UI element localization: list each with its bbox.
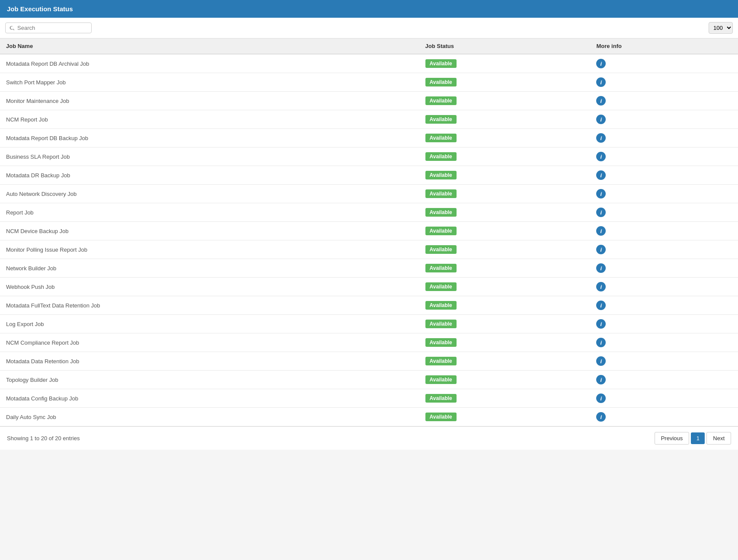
next-button[interactable]: Next: [706, 432, 731, 445]
job-status-cell: Available: [419, 278, 591, 296]
info-icon[interactable]: i: [596, 356, 606, 366]
info-icon[interactable]: i: [596, 133, 606, 143]
job-status-cell: Available: [419, 408, 591, 426]
job-name-cell: Network Builder Job: [0, 259, 419, 278]
search-wrapper: [5, 22, 92, 33]
more-info-cell: i: [590, 92, 738, 110]
job-status-cell: Available: [419, 296, 591, 315]
page-header: Job Execution Status: [0, 0, 738, 18]
previous-button[interactable]: Previous: [655, 432, 690, 445]
more-info-cell: i: [590, 166, 738, 185]
table-row: NCM Device Backup JobAvailablei: [0, 222, 738, 240]
info-icon[interactable]: i: [596, 263, 606, 273]
job-name-cell: Business SLA Report Job: [0, 147, 419, 166]
job-name-cell: NCM Device Backup Job: [0, 222, 419, 240]
more-info-cell: i: [590, 129, 738, 147]
search-input[interactable]: [17, 25, 88, 31]
job-name-cell: Topology Builder Job: [0, 371, 419, 389]
job-status-cell: Available: [419, 110, 591, 129]
table-header: Job Name Job Status More info: [0, 38, 738, 54]
col-more-info: More info: [590, 38, 738, 54]
info-icon[interactable]: i: [596, 412, 606, 422]
jobs-table: Job Name Job Status More info Motadata R…: [0, 38, 738, 426]
info-icon[interactable]: i: [596, 208, 606, 217]
status-badge: Available: [425, 227, 457, 235]
job-name-cell: NCM Report Job: [0, 110, 419, 129]
current-page[interactable]: 1: [691, 432, 705, 444]
info-icon[interactable]: i: [596, 152, 606, 161]
info-icon[interactable]: i: [596, 170, 606, 180]
job-status-cell: Available: [419, 389, 591, 408]
table-row: Daily Auto Sync JobAvailablei: [0, 408, 738, 426]
info-icon[interactable]: i: [596, 96, 606, 106]
table-row: Webhook Push JobAvailablei: [0, 278, 738, 296]
info-icon[interactable]: i: [596, 301, 606, 310]
table-row: Motadata DR Backup JobAvailablei: [0, 166, 738, 185]
info-icon[interactable]: i: [596, 115, 606, 124]
col-job-status: Job Status: [419, 38, 591, 54]
pagination: Previous 1 Next: [655, 432, 731, 445]
table-row: Log Export JobAvailablei: [0, 315, 738, 333]
status-badge: Available: [425, 115, 457, 124]
status-badge: Available: [425, 171, 457, 179]
status-badge: Available: [425, 413, 457, 421]
table-row: Motadata Data Retention JobAvailablei: [0, 352, 738, 371]
more-info-cell: i: [590, 54, 738, 73]
status-badge: Available: [425, 320, 457, 328]
table-row: Topology Builder JobAvailablei: [0, 371, 738, 389]
info-icon[interactable]: i: [596, 245, 606, 254]
job-name-cell: NCM Compliance Report Job: [0, 333, 419, 352]
job-status-cell: Available: [419, 315, 591, 333]
job-status-cell: Available: [419, 222, 591, 240]
info-icon[interactable]: i: [596, 226, 606, 236]
info-icon[interactable]: i: [596, 77, 606, 87]
job-name-cell: Motadata DR Backup Job: [0, 166, 419, 185]
table-row: Monitor Polling Issue Report JobAvailabl…: [0, 240, 738, 259]
status-badge: Available: [425, 208, 457, 217]
job-status-cell: Available: [419, 203, 591, 222]
job-name-cell: Daily Auto Sync Job: [0, 408, 419, 426]
more-info-cell: i: [590, 333, 738, 352]
status-badge: Available: [425, 245, 457, 254]
job-status-cell: Available: [419, 129, 591, 147]
more-info-cell: i: [590, 352, 738, 371]
more-info-cell: i: [590, 110, 738, 129]
job-name-cell: Monitor Polling Issue Report Job: [0, 240, 419, 259]
more-info-cell: i: [590, 371, 738, 389]
showing-text: Showing 1 to 20 of 20 entries: [7, 435, 80, 442]
more-info-cell: i: [590, 185, 738, 203]
per-page-select[interactable]: 102550100: [709, 22, 733, 34]
info-icon[interactable]: i: [596, 59, 606, 68]
table-row: Business SLA Report JobAvailablei: [0, 147, 738, 166]
status-badge: Available: [425, 134, 457, 142]
status-badge: Available: [425, 152, 457, 161]
job-name-cell: Monitor Maintenance Job: [0, 92, 419, 110]
more-info-cell: i: [590, 259, 738, 278]
table-row: Report JobAvailablei: [0, 203, 738, 222]
info-icon[interactable]: i: [596, 338, 606, 347]
job-status-cell: Available: [419, 371, 591, 389]
info-icon[interactable]: i: [596, 394, 606, 403]
table-row: Auto Network Discovery JobAvailablei: [0, 185, 738, 203]
info-icon[interactable]: i: [596, 375, 606, 384]
job-status-cell: Available: [419, 54, 591, 73]
more-info-cell: i: [590, 315, 738, 333]
table-row: Switch Port Mapper JobAvailablei: [0, 73, 738, 92]
table-row: Motadata Config Backup JobAvailablei: [0, 389, 738, 408]
info-icon[interactable]: i: [596, 319, 606, 329]
info-icon[interactable]: i: [596, 282, 606, 291]
status-badge: Available: [425, 338, 457, 347]
status-badge: Available: [425, 301, 457, 310]
more-info-cell: i: [590, 296, 738, 315]
status-badge: Available: [425, 189, 457, 198]
info-icon[interactable]: i: [596, 189, 606, 198]
table-row: NCM Report JobAvailablei: [0, 110, 738, 129]
page-title: Job Execution Status: [7, 5, 73, 13]
table-body: Motadata Report DB Archival JobAvailable…: [0, 54, 738, 426]
job-status-cell: Available: [419, 147, 591, 166]
more-info-cell: i: [590, 240, 738, 259]
job-status-cell: Available: [419, 333, 591, 352]
status-badge: Available: [425, 375, 457, 384]
job-status-cell: Available: [419, 92, 591, 110]
job-name-cell: Motadata Data Retention Job: [0, 352, 419, 371]
